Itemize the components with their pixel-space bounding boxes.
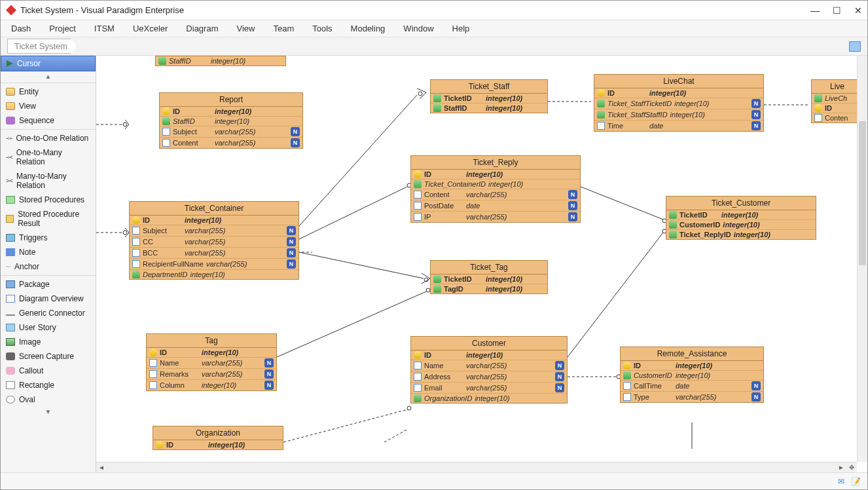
entity-column[interactable]: OrganizationIDinteger(10) (411, 394, 567, 403)
entity-column[interactable]: Ticket_StaffTicketIDinteger(10)N (594, 98, 763, 109)
palette-entity[interactable]: Entity (1, 83, 96, 99)
menu-diagram[interactable]: Diagram (186, 24, 218, 33)
maximize-button[interactable]: ☐ (833, 5, 841, 16)
menu-help[interactable]: Help (452, 24, 470, 33)
entity-column[interactable]: IDinteger(10) (160, 107, 302, 117)
entity-column[interactable]: StaffIDinteger(10) (160, 117, 302, 126)
palette-anchor[interactable]: ┈Anchor (1, 259, 96, 274)
entity-live_frag[interactable]: LiveLiveChIDConten (811, 79, 863, 123)
entity-column[interactable]: IDinteger(10) (153, 440, 283, 449)
entity-column[interactable]: IDinteger(10) (411, 350, 567, 360)
view-options-icon[interactable] (849, 41, 861, 52)
entity-column[interactable]: Subjectvarchar(255)N (130, 225, 298, 236)
entity-column[interactable]: Ticket_ContainerIDinteger(10) (411, 179, 580, 189)
palette-one-to-one-relation[interactable]: -‹·›-One-to-One Relation (1, 129, 96, 145)
palette-image[interactable]: Image (1, 335, 96, 349)
entity-column[interactable]: TicketIDinteger(10) (431, 94, 547, 104)
breadcrumb-item[interactable]: Ticket System (7, 39, 77, 54)
palette-rectangle[interactable]: Rectangle (1, 378, 96, 392)
palette-many-to-many-relation[interactable]: >·<Many-to-Many Relation (1, 169, 96, 193)
entity-column[interactable]: StaffIDinteger(10) (156, 56, 285, 66)
entity-staffid_frag[interactable]: StaffIDinteger(10) (155, 56, 286, 66)
palette-callout[interactable]: Callout (1, 364, 96, 378)
menu-tools[interactable]: Tools (312, 24, 332, 33)
horizontal-scrollbar[interactable]: ◄ ► ✥ (96, 462, 857, 472)
palette-screen-capture[interactable]: Screen Capture (1, 349, 96, 364)
menu-team[interactable]: Team (273, 24, 294, 33)
entity-column[interactable]: IDinteger(10) (621, 361, 763, 371)
entity-ticket_staff[interactable]: Ticket_StaffTicketIDinteger(10)StaffIDin… (430, 79, 548, 113)
palette-one-to-many-relation[interactable]: -‹·<One-to-Many Relation (1, 145, 96, 169)
entity-column[interactable]: IDinteger(10) (411, 170, 580, 179)
entity-column[interactable]: Conten (812, 113, 863, 122)
scroll-left-icon[interactable]: ◄ (96, 464, 107, 471)
entity-column[interactable]: Typevarchar(255)N (621, 392, 763, 402)
palette-package[interactable]: Package (1, 275, 96, 292)
palette-user-story[interactable]: User Story (1, 320, 96, 335)
entity-column[interactable]: TicketIDinteger(10) (431, 274, 547, 284)
minimize-button[interactable]: — (810, 5, 820, 16)
menu-dash[interactable]: Dash (11, 24, 31, 33)
palette-cursor[interactable]: Cursor (1, 56, 96, 71)
palette-stored-procedure-result[interactable]: Stored Procedure Result (1, 207, 96, 231)
entity-customer[interactable]: CustomerIDinteger(10)Namevarchar(255)NAd… (410, 336, 568, 404)
menu-window[interactable]: Window (403, 24, 433, 33)
entity-organization[interactable]: OrganizationIDinteger(10) (153, 426, 283, 450)
entity-column[interactable]: StaffIDinteger(10) (431, 104, 547, 113)
entity-column[interactable]: CustomerIDinteger(10) (621, 371, 763, 381)
entity-column[interactable]: IPvarchar(255)N (411, 212, 580, 222)
entity-column[interactable]: IDinteger(10) (130, 216, 298, 225)
entity-column[interactable]: Subjectvarchar(255)N (160, 126, 302, 138)
entity-column[interactable]: TimedateN (594, 121, 763, 131)
entity-column[interactable]: LiveCh (812, 94, 863, 104)
entity-column[interactable]: DepartmentIDinteger(10) (130, 270, 298, 279)
entity-column[interactable]: Ticket_StaffStaffIDinteger(10)N (594, 109, 763, 121)
entity-column[interactable]: Contentvarchar(255)N (160, 138, 302, 148)
entity-column[interactable]: CustomerIDinteger(10) (666, 220, 816, 230)
menu-view[interactable]: View (236, 24, 255, 33)
menu-project[interactable]: Project (49, 24, 75, 33)
entity-tag[interactable]: TagIDinteger(10)Namevarchar(255)NRemarks… (146, 333, 277, 391)
palette-diagram-overview[interactable]: Diagram Overview (1, 292, 96, 306)
palette-oval[interactable]: Oval (1, 392, 96, 407)
menu-uexceler[interactable]: UeXceler (133, 24, 168, 33)
entity-column[interactable]: TagIDinteger(10) (431, 284, 547, 293)
entity-column[interactable]: TicketIDinteger(10) (666, 210, 816, 220)
entity-livechat[interactable]: LiveChatIDinteger(10)Ticket_StaffTicketI… (594, 74, 764, 132)
entity-column[interactable]: Emailvarchar(255)N (411, 383, 567, 394)
entity-report[interactable]: ReportIDinteger(10)StaffIDinteger(10)Sub… (159, 92, 303, 149)
note-icon[interactable]: 📝 (851, 477, 861, 486)
vertical-scrollbar[interactable] (857, 56, 867, 462)
entity-column[interactable]: ID (812, 104, 863, 113)
entity-column[interactable]: BCCvarchar(255)N (130, 248, 298, 259)
palette-view[interactable]: View (1, 99, 96, 113)
entity-column[interactable]: Ticket_ReplyIDinteger(10) (666, 230, 816, 239)
palette-stored-procedures[interactable]: Stored Procedures (1, 193, 96, 207)
entity-column[interactable]: RecipientFullNamevarchar(255)N (130, 259, 298, 270)
entity-column[interactable]: IDinteger(10) (147, 348, 276, 358)
entity-column[interactable]: Remarksvarchar(255)N (147, 369, 276, 380)
canvas-area[interactable]: StaffIDinteger(10)ReportIDinteger(10)Sta… (96, 56, 867, 472)
entity-ticket_reply[interactable]: Ticket_ReplyIDinteger(10)Ticket_Containe… (410, 155, 581, 223)
pan-icon[interactable]: ✥ (846, 464, 857, 471)
entity-column[interactable]: Namevarchar(255)N (147, 358, 276, 369)
mail-icon[interactable]: ✉ (838, 477, 844, 486)
entity-column[interactable]: Contentvarchar(255)N (411, 189, 580, 200)
entity-column[interactable]: IDinteger(10) (594, 88, 763, 98)
entity-column[interactable]: CCvarchar(255)N (130, 236, 298, 248)
entity-ticket_customer[interactable]: Ticket_CustomerTicketIDinteger(10)Custom… (666, 196, 816, 240)
entity-remote_assistance[interactable]: Remote_AssistanceIDinteger(10)CustomerID… (620, 347, 764, 403)
entity-ticket_container[interactable]: Ticket_ContainerIDinteger(10)Subjectvarc… (129, 201, 299, 280)
palette-sequence[interactable]: Sequence (1, 113, 96, 128)
menu-modeling[interactable]: Modeling (351, 24, 386, 33)
palette-generic-connector[interactable]: Generic Connector (1, 306, 96, 320)
palette-note[interactable]: Note (1, 245, 96, 259)
menu-itsm[interactable]: ITSM (94, 24, 115, 33)
entity-column[interactable]: Addressvarchar(255)N (411, 371, 567, 383)
entity-column[interactable]: Namevarchar(255)N (411, 360, 567, 371)
entity-column[interactable]: CallTimedateN (621, 381, 763, 392)
entity-column[interactable]: PostDatedateN (411, 200, 580, 212)
entity-ticket_tag[interactable]: Ticket_TagTicketIDinteger(10)TagIDintege… (430, 260, 548, 294)
entity-column[interactable]: Columninteger(10)N (147, 380, 276, 390)
palette-triggers[interactable]: Triggers (1, 231, 96, 245)
